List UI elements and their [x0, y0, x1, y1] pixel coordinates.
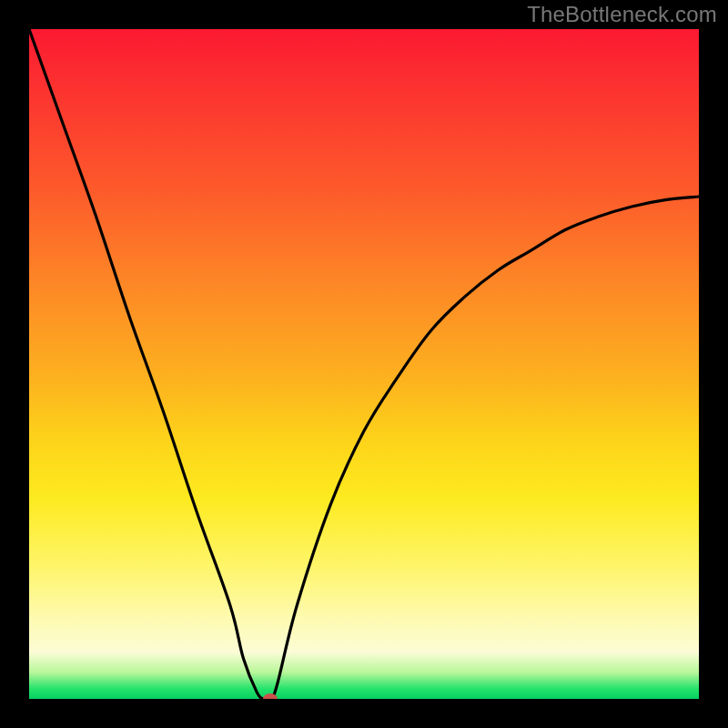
plot-area	[29, 29, 699, 699]
chart-frame: TheBottleneck.com	[0, 0, 728, 728]
watermark-text: TheBottleneck.com	[527, 2, 717, 27]
curve-path	[29, 29, 699, 699]
bottleneck-curve	[29, 29, 699, 699]
optimal-point-marker	[263, 693, 278, 699]
